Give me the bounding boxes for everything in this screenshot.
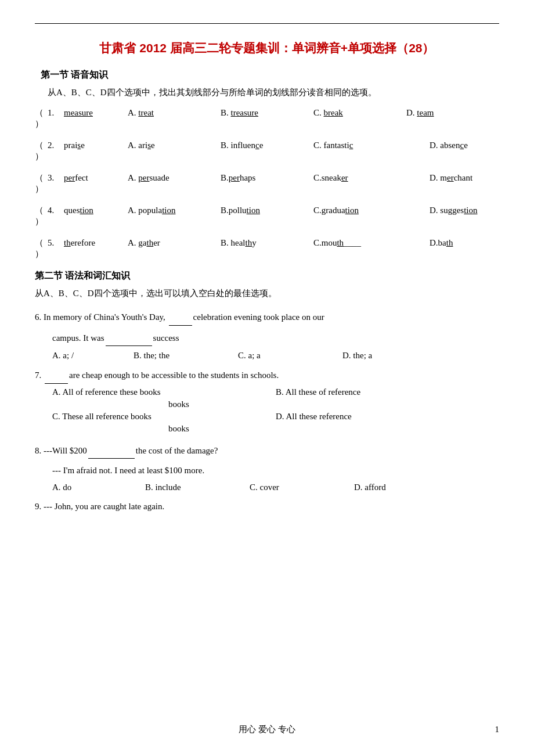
phonetic-q2: （ ） 2. praise A. arise B. influence C. f… — [35, 140, 499, 162]
q3-num: 3. — [48, 173, 64, 183]
q4-optB: B.pollution — [221, 206, 313, 215]
phonetic-q3: （ ） 3. perfect A. persuade B.perhaps C.s… — [35, 172, 499, 195]
q5-options: A. gather B. healthy C.mouth____ D.bath — [128, 238, 522, 248]
footer-page: 1 — [495, 725, 500, 735]
q2-paren: （ ） — [35, 140, 48, 162]
q4-options: A. population B.pollution C.graduation D… — [128, 206, 522, 215]
grammar-q6: 6. In memory of China's Youth's Day, cel… — [35, 308, 499, 326]
q8-optD: D. afford — [354, 483, 424, 492]
q3-paren: （ ） — [35, 172, 48, 195]
q7-optD: D. All these reference — [276, 412, 499, 422]
q1-optC: C. break — [313, 108, 406, 118]
q3-optA: A. persuade — [128, 173, 221, 183]
q5-num: 5. — [48, 238, 64, 248]
q2-optA: A. arise — [128, 141, 221, 150]
q1-paren: （ ） — [35, 107, 48, 129]
q2-optB: B. influence — [221, 141, 313, 150]
q1-optD: D. team — [406, 108, 499, 118]
q6-optC: C. a; a — [238, 351, 331, 361]
page: 甘肃省 2012 届高三二轮专题集训：单词辨音+单项选择（28） 第一节 语音知… — [0, 0, 534, 756]
grammar-q7: 7. are cheap enough to be accessible to … — [35, 366, 499, 384]
q3-optC: C.sneaker — [313, 173, 430, 183]
q7-options: A. All of reference these books B. All t… — [52, 387, 499, 436]
q3-word: perfect — [64, 173, 128, 183]
q7-optB-cont: books — [52, 399, 499, 409]
grammar-q9: 9. --- John, you are caught late again. — [35, 498, 499, 515]
grammar-q6-cont: campus. It was success — [52, 329, 499, 347]
blank-8 — [88, 442, 135, 459]
q2-word: praise — [64, 141, 128, 150]
phonetic-q5: （ ） 5. therefore A. gather B. healthy C.… — [35, 237, 499, 260]
q7-optB: B. All these of reference — [276, 387, 499, 397]
phonetic-q4: （ ） 4. question A. population B.pollutio… — [35, 205, 499, 227]
q5-optB: B. healthy — [221, 238, 313, 248]
q5-paren: （ ） — [35, 237, 48, 260]
top-divider — [35, 23, 499, 24]
q5-word: therefore — [64, 238, 128, 248]
q6-optA: A. a; / — [52, 351, 122, 361]
q2-optD: D. absence — [430, 141, 522, 150]
page-title: 甘肃省 2012 届高三二轮专题集训：单词辨音+单项选择（28） — [35, 40, 499, 56]
q8-options: A. do B. include C. cover D. afford — [52, 483, 499, 492]
q8-optA: A. do — [52, 483, 134, 492]
q1-optB: B. treasure — [221, 108, 313, 118]
q3-optD: D. merchant — [430, 173, 522, 183]
q6-optD: D. the; a — [342, 351, 412, 361]
grammar-q8: 8. ---Will $200 the cost of the damage? — [35, 442, 499, 459]
q1-num: 1. — [48, 108, 64, 118]
section2-title: 第二节 语法和词汇知识 — [35, 270, 499, 282]
section1-title: 第一节 语音知识 — [41, 69, 499, 81]
q4-word: question — [64, 206, 128, 215]
blank-6a — [169, 308, 192, 326]
phonetic-q1: （ ） 1. measure A. treat B. treasure C. b… — [35, 107, 499, 129]
q2-optC: C. fantastic — [313, 141, 430, 150]
section2-instruction: 从A、B、C、D四个选项中，选出可以填入空白处的最佳选项。 — [35, 288, 499, 299]
q2-num: 2. — [48, 141, 64, 150]
q5-optD: D.bath — [430, 238, 522, 248]
blank-6b — [106, 329, 152, 347]
q4-optC: C.graduation — [313, 206, 430, 215]
q1-optA: A. treat — [128, 108, 221, 118]
q3-options: A. persuade B.perhaps C.sneaker D. merch… — [128, 173, 522, 183]
blank-7 — [45, 366, 68, 384]
q6-optB: B. the; the — [134, 351, 226, 361]
q3-optB: B.perhaps — [221, 173, 313, 183]
q8-optC: C. cover — [250, 483, 342, 492]
q4-num: 4. — [48, 206, 64, 215]
q1-word: measure — [64, 108, 128, 118]
q7-optC: C. These all reference books — [52, 412, 276, 422]
grammar-q8-reply: --- I'm afraid not. I need at least $100… — [52, 462, 499, 479]
q7-optD-cont: books — [52, 424, 499, 434]
q4-paren: （ ） — [35, 205, 48, 227]
q7-optA: A. All of reference these books — [52, 387, 276, 397]
q6-options: A. a; / B. the; the C. a; a D. the; a — [52, 351, 499, 361]
q2-options: A. arise B. influence C. fantastic D. ab… — [128, 141, 522, 150]
footer-center: 用心 爱心 专心 — [0, 724, 534, 735]
q5-optA: A. gather — [128, 238, 221, 248]
section1-instruction: 从A、B、C、D四个选项中，找出其划线部分与所给单词的划线部分读音相同的选项。 — [48, 87, 499, 98]
q4-optD: D. suggestion — [430, 206, 522, 215]
footer: 用心 爱心 专心 1 — [0, 724, 534, 735]
q8-optB: B. include — [145, 483, 238, 492]
q5-optC: C.mouth____ — [313, 238, 430, 248]
q1-options: A. treat B. treasure C. break D. team — [128, 108, 499, 118]
q4-optA: A. population — [128, 206, 221, 215]
